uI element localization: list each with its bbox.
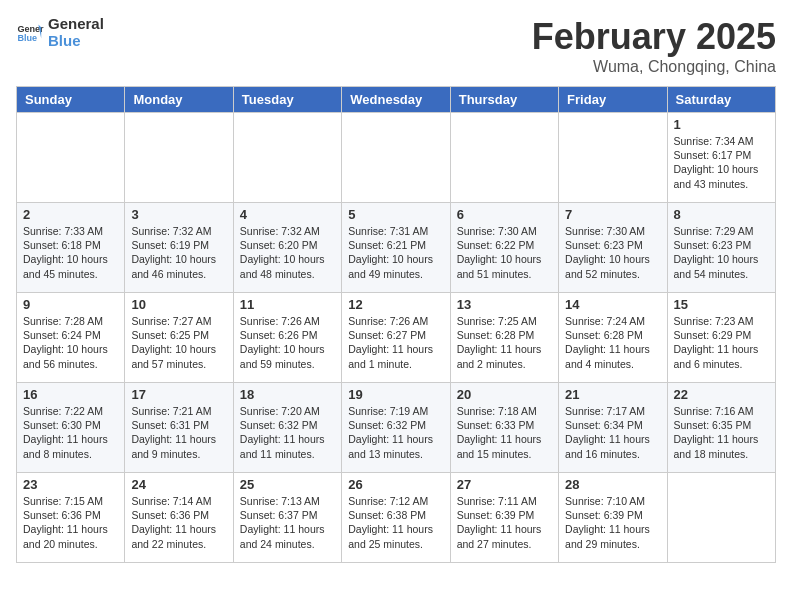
day-number: 23	[23, 477, 118, 492]
calendar-cell	[559, 113, 667, 203]
day-info: Sunrise: 7:31 AM Sunset: 6:21 PM Dayligh…	[348, 224, 443, 281]
day-info: Sunrise: 7:29 AM Sunset: 6:23 PM Dayligh…	[674, 224, 769, 281]
calendar-cell	[342, 113, 450, 203]
day-info: Sunrise: 7:18 AM Sunset: 6:33 PM Dayligh…	[457, 404, 552, 461]
day-info: Sunrise: 7:19 AM Sunset: 6:32 PM Dayligh…	[348, 404, 443, 461]
day-info: Sunrise: 7:20 AM Sunset: 6:32 PM Dayligh…	[240, 404, 335, 461]
day-info: Sunrise: 7:32 AM Sunset: 6:19 PM Dayligh…	[131, 224, 226, 281]
day-number: 13	[457, 297, 552, 312]
calendar-cell: 14Sunrise: 7:24 AM Sunset: 6:28 PM Dayli…	[559, 293, 667, 383]
day-info: Sunrise: 7:13 AM Sunset: 6:37 PM Dayligh…	[240, 494, 335, 551]
location-title: Wuma, Chongqing, China	[532, 58, 776, 76]
day-info: Sunrise: 7:32 AM Sunset: 6:20 PM Dayligh…	[240, 224, 335, 281]
calendar-cell: 22Sunrise: 7:16 AM Sunset: 6:35 PM Dayli…	[667, 383, 775, 473]
calendar-cell	[450, 113, 558, 203]
day-number: 2	[23, 207, 118, 222]
calendar-cell: 1Sunrise: 7:34 AM Sunset: 6:17 PM Daylig…	[667, 113, 775, 203]
calendar-cell	[17, 113, 125, 203]
calendar-cell: 19Sunrise: 7:19 AM Sunset: 6:32 PM Dayli…	[342, 383, 450, 473]
calendar-table: SundayMondayTuesdayWednesdayThursdayFrid…	[16, 86, 776, 563]
day-info: Sunrise: 7:28 AM Sunset: 6:24 PM Dayligh…	[23, 314, 118, 371]
day-info: Sunrise: 7:22 AM Sunset: 6:30 PM Dayligh…	[23, 404, 118, 461]
day-info: Sunrise: 7:30 AM Sunset: 6:23 PM Dayligh…	[565, 224, 660, 281]
svg-text:Blue: Blue	[17, 33, 37, 43]
day-info: Sunrise: 7:14 AM Sunset: 6:36 PM Dayligh…	[131, 494, 226, 551]
day-number: 8	[674, 207, 769, 222]
calendar-day-header: Sunday	[17, 87, 125, 113]
calendar-cell: 10Sunrise: 7:27 AM Sunset: 6:25 PM Dayli…	[125, 293, 233, 383]
day-info: Sunrise: 7:15 AM Sunset: 6:36 PM Dayligh…	[23, 494, 118, 551]
day-number: 3	[131, 207, 226, 222]
day-info: Sunrise: 7:27 AM Sunset: 6:25 PM Dayligh…	[131, 314, 226, 371]
calendar-cell: 15Sunrise: 7:23 AM Sunset: 6:29 PM Dayli…	[667, 293, 775, 383]
calendar-cell: 2Sunrise: 7:33 AM Sunset: 6:18 PM Daylig…	[17, 203, 125, 293]
calendar-day-header: Friday	[559, 87, 667, 113]
calendar-cell: 6Sunrise: 7:30 AM Sunset: 6:22 PM Daylig…	[450, 203, 558, 293]
day-number: 17	[131, 387, 226, 402]
day-number: 12	[348, 297, 443, 312]
day-info: Sunrise: 7:33 AM Sunset: 6:18 PM Dayligh…	[23, 224, 118, 281]
day-number: 22	[674, 387, 769, 402]
day-info: Sunrise: 7:17 AM Sunset: 6:34 PM Dayligh…	[565, 404, 660, 461]
day-number: 28	[565, 477, 660, 492]
day-info: Sunrise: 7:12 AM Sunset: 6:38 PM Dayligh…	[348, 494, 443, 551]
day-number: 15	[674, 297, 769, 312]
calendar-day-header: Tuesday	[233, 87, 341, 113]
day-info: Sunrise: 7:16 AM Sunset: 6:35 PM Dayligh…	[674, 404, 769, 461]
calendar-week-row: 2Sunrise: 7:33 AM Sunset: 6:18 PM Daylig…	[17, 203, 776, 293]
calendar-cell: 3Sunrise: 7:32 AM Sunset: 6:19 PM Daylig…	[125, 203, 233, 293]
day-info: Sunrise: 7:21 AM Sunset: 6:31 PM Dayligh…	[131, 404, 226, 461]
calendar-cell	[233, 113, 341, 203]
month-title: February 2025	[532, 16, 776, 58]
day-number: 27	[457, 477, 552, 492]
page-header: General Blue General Blue February 2025 …	[16, 16, 776, 76]
day-info: Sunrise: 7:34 AM Sunset: 6:17 PM Dayligh…	[674, 134, 769, 191]
logo: General Blue General Blue	[16, 16, 104, 49]
calendar-cell	[667, 473, 775, 563]
calendar-week-row: 16Sunrise: 7:22 AM Sunset: 6:30 PM Dayli…	[17, 383, 776, 473]
calendar-week-row: 23Sunrise: 7:15 AM Sunset: 6:36 PM Dayli…	[17, 473, 776, 563]
day-info: Sunrise: 7:24 AM Sunset: 6:28 PM Dayligh…	[565, 314, 660, 371]
logo-line2: Blue	[48, 33, 104, 50]
day-number: 7	[565, 207, 660, 222]
calendar-cell: 4Sunrise: 7:32 AM Sunset: 6:20 PM Daylig…	[233, 203, 341, 293]
calendar-day-header: Monday	[125, 87, 233, 113]
day-number: 10	[131, 297, 226, 312]
calendar-cell: 12Sunrise: 7:26 AM Sunset: 6:27 PM Dayli…	[342, 293, 450, 383]
day-number: 1	[674, 117, 769, 132]
day-number: 11	[240, 297, 335, 312]
calendar-header-row: SundayMondayTuesdayWednesdayThursdayFrid…	[17, 87, 776, 113]
calendar-cell: 13Sunrise: 7:25 AM Sunset: 6:28 PM Dayli…	[450, 293, 558, 383]
calendar-cell: 17Sunrise: 7:21 AM Sunset: 6:31 PM Dayli…	[125, 383, 233, 473]
calendar-cell: 7Sunrise: 7:30 AM Sunset: 6:23 PM Daylig…	[559, 203, 667, 293]
day-info: Sunrise: 7:11 AM Sunset: 6:39 PM Dayligh…	[457, 494, 552, 551]
day-number: 16	[23, 387, 118, 402]
calendar-cell: 25Sunrise: 7:13 AM Sunset: 6:37 PM Dayli…	[233, 473, 341, 563]
title-block: February 2025 Wuma, Chongqing, China	[532, 16, 776, 76]
day-info: Sunrise: 7:26 AM Sunset: 6:26 PM Dayligh…	[240, 314, 335, 371]
calendar-cell: 16Sunrise: 7:22 AM Sunset: 6:30 PM Dayli…	[17, 383, 125, 473]
calendar-cell: 28Sunrise: 7:10 AM Sunset: 6:39 PM Dayli…	[559, 473, 667, 563]
day-number: 14	[565, 297, 660, 312]
day-number: 20	[457, 387, 552, 402]
calendar-cell: 21Sunrise: 7:17 AM Sunset: 6:34 PM Dayli…	[559, 383, 667, 473]
calendar-cell: 9Sunrise: 7:28 AM Sunset: 6:24 PM Daylig…	[17, 293, 125, 383]
calendar-day-header: Thursday	[450, 87, 558, 113]
day-info: Sunrise: 7:30 AM Sunset: 6:22 PM Dayligh…	[457, 224, 552, 281]
calendar-week-row: 9Sunrise: 7:28 AM Sunset: 6:24 PM Daylig…	[17, 293, 776, 383]
day-number: 4	[240, 207, 335, 222]
calendar-day-header: Wednesday	[342, 87, 450, 113]
day-number: 26	[348, 477, 443, 492]
calendar-cell: 8Sunrise: 7:29 AM Sunset: 6:23 PM Daylig…	[667, 203, 775, 293]
calendar-cell: 26Sunrise: 7:12 AM Sunset: 6:38 PM Dayli…	[342, 473, 450, 563]
day-number: 24	[131, 477, 226, 492]
day-number: 25	[240, 477, 335, 492]
day-number: 18	[240, 387, 335, 402]
calendar-week-row: 1Sunrise: 7:34 AM Sunset: 6:17 PM Daylig…	[17, 113, 776, 203]
calendar-cell: 24Sunrise: 7:14 AM Sunset: 6:36 PM Dayli…	[125, 473, 233, 563]
calendar-cell: 11Sunrise: 7:26 AM Sunset: 6:26 PM Dayli…	[233, 293, 341, 383]
day-number: 6	[457, 207, 552, 222]
calendar-cell: 27Sunrise: 7:11 AM Sunset: 6:39 PM Dayli…	[450, 473, 558, 563]
day-number: 19	[348, 387, 443, 402]
logo-line1: General	[48, 16, 104, 33]
